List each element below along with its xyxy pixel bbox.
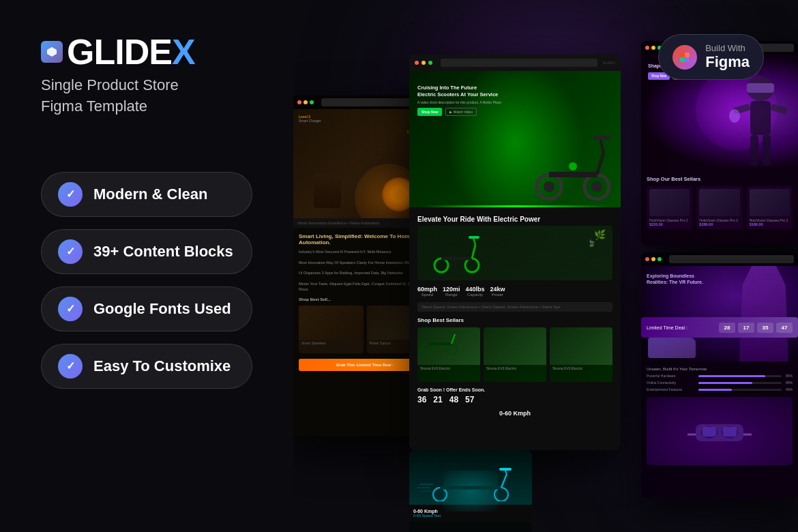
cd-right-28: 28 bbox=[719, 323, 735, 333]
svg-rect-2 bbox=[685, 53, 690, 57]
feature-label-custom: Easy To Customixe bbox=[93, 357, 231, 375]
vr-entertainment-fill bbox=[698, 389, 732, 391]
vr-bottom-title: Exploring Boundless Realities: The VR Fu… bbox=[647, 273, 715, 285]
product-card-2: Skoota EV6 Electric bbox=[484, 327, 546, 382]
check-icon-content bbox=[58, 239, 83, 264]
hero-cta-btn[interactable]: Shop Now bbox=[417, 108, 442, 116]
stat-power-value: 24kw bbox=[490, 286, 505, 293]
svg-point-8 bbox=[544, 181, 555, 192]
vr-shop-title: Shop Our Best Sellars bbox=[647, 176, 793, 182]
figma-icon bbox=[673, 45, 697, 70]
logo-area: GLIDEX Single Product Store Figma Templa… bbox=[41, 34, 252, 151]
figma-text-block: Build With Figma bbox=[705, 43, 750, 71]
svg-point-21 bbox=[422, 344, 433, 355]
vr-entertainment-label: Entertainment Features bbox=[647, 387, 694, 391]
leaf-decoration-2: 🍃 bbox=[587, 239, 595, 247]
bottom-speed-subtitle: 0-60 Speed Test bbox=[413, 514, 528, 518]
countdown-right-numbers: 28 17 35 47 bbox=[719, 323, 793, 333]
vr-product-1: HoloVision Glasses Pro 2 $220.00 bbox=[647, 186, 692, 229]
svg-rect-20 bbox=[469, 236, 479, 239]
svg-rect-38 bbox=[703, 427, 716, 437]
vr-power-label: Powerful Hardware bbox=[647, 374, 694, 378]
countdown-right-label: Limited Time Deal : bbox=[647, 325, 719, 330]
stat-range-label: Range bbox=[443, 293, 460, 297]
vr-person-svg bbox=[726, 68, 795, 171]
product-card-img-3 bbox=[550, 327, 612, 365]
stat-capacity-label: Capacity bbox=[466, 293, 485, 297]
hero-buttons: Shop Now ▶ Watch Video bbox=[417, 108, 501, 116]
svg-line-43 bbox=[501, 474, 507, 488]
hero-subtitle: A video short description for this produ… bbox=[417, 100, 501, 104]
cd-48: 48 bbox=[449, 395, 458, 404]
nav-brand-label: GLIDEX bbox=[603, 61, 615, 65]
figma-logo-icon bbox=[678, 50, 692, 64]
hero-cta-label: Shop Now bbox=[422, 110, 438, 114]
cd-right-17: 17 bbox=[738, 323, 754, 333]
svg-rect-26 bbox=[747, 83, 774, 93]
feature-pill-modern: Modern & Clean bbox=[41, 172, 252, 217]
vr-product-grid: HoloVision Glasses Pro 2 $220.00 HoloVis… bbox=[647, 186, 793, 229]
cd-right-35: 35 bbox=[757, 323, 773, 333]
stat-capacity: 440lbs Capacity bbox=[466, 286, 485, 297]
vr-product-img-2 bbox=[699, 189, 739, 216]
svg-rect-27 bbox=[750, 101, 771, 135]
vr-connectivity-label: Online Connectivity bbox=[647, 381, 694, 385]
scooter-ticker: Silent Speed, Green Adventure • Silent S… bbox=[417, 302, 612, 312]
feature-pill-fonts: Google Fonts Used bbox=[41, 286, 252, 331]
fast-scooter-visual bbox=[416, 467, 525, 501]
scooter-svg bbox=[529, 125, 617, 201]
cd-36-num: 36 bbox=[417, 395, 426, 404]
figma-badge: Build With Figma bbox=[658, 34, 764, 80]
svg-rect-39 bbox=[723, 427, 737, 437]
vr-bottom-text: Exploring Boundless Realities: The VR Fu… bbox=[647, 273, 715, 285]
vr-power-fill bbox=[698, 375, 765, 377]
check-icon-custom bbox=[58, 354, 83, 379]
vr-product-img-3 bbox=[750, 189, 790, 216]
bottom-speed-title: 0-60 Kmph bbox=[417, 410, 612, 417]
product-card-1: Skoota EV6 Electric bbox=[417, 327, 480, 382]
cd-21: 21 bbox=[433, 395, 442, 404]
feature-pill-custom: Easy To Customixe bbox=[41, 344, 252, 389]
stat-speed: 60mph Speed bbox=[417, 286, 437, 297]
svg-line-12 bbox=[600, 139, 604, 153]
charger-visual bbox=[314, 174, 341, 208]
vr-bottom-content: Unseen, Build It's Your Tomorrow Powerfu… bbox=[641, 361, 798, 471]
vr-connectivity-pct: 65% bbox=[786, 381, 793, 385]
vr-bottom-car bbox=[648, 338, 696, 358]
vr-product-image bbox=[647, 397, 793, 465]
vr-power-pct: 80% bbox=[786, 374, 793, 378]
svg-rect-1 bbox=[680, 53, 685, 57]
vr-entertainment-stat: Entertainment Features 40% bbox=[647, 387, 793, 391]
scooter-product-cards: Skoota EV6 Electric Skoota EV6 Electric … bbox=[417, 327, 612, 382]
screen-bottom-scooter: 0-60 Kmph 0-60 Speed Test bbox=[409, 450, 532, 532]
vr-product-2: HoloVision Glasses Pro 2 $289.00 bbox=[696, 186, 742, 229]
vr-entertainment-pct: 40% bbox=[786, 387, 793, 391]
figma-build-label: Build With bbox=[705, 43, 750, 53]
screen-countdown-overlay: Limited Time Deal : 28 17 35 47 bbox=[641, 317, 798, 338]
hero-secondary-label: ▶ Watch Video bbox=[449, 110, 472, 114]
stat-range: 120mi Range bbox=[443, 286, 460, 297]
shop-title: Shop Best Sellars bbox=[417, 317, 612, 323]
svg-rect-45 bbox=[499, 468, 512, 471]
vr-product-img-1 bbox=[649, 189, 690, 216]
product-card-label-1: Skoota EV6 Electric bbox=[417, 365, 480, 372]
feature-label-modern: Modern & Clean bbox=[93, 186, 207, 203]
svg-point-14 bbox=[569, 162, 577, 171]
vr-product-price-1: $220.00 bbox=[649, 222, 690, 226]
svg-point-9 bbox=[591, 181, 602, 192]
stat-power-label: Power bbox=[490, 293, 505, 297]
hero-secondary-btn[interactable]: ▶ Watch Video bbox=[445, 108, 476, 116]
home-device-1: Smart Speakers bbox=[299, 306, 364, 353]
svg-line-24 bbox=[452, 334, 455, 344]
vr-build-label: Unseen, Build It's Your Tomorrow bbox=[647, 367, 793, 371]
screen-main-scooter: GLIDEX Cruising Into The F bbox=[409, 55, 621, 450]
svg-point-16 bbox=[465, 258, 479, 272]
cd-48-num: 48 bbox=[449, 395, 458, 404]
logo-icon bbox=[41, 41, 63, 63]
check-icon-fonts bbox=[58, 297, 83, 321]
cd-21-num: 21 bbox=[433, 395, 442, 404]
scooter-ticker-text: Silent Speed, Green Adventure • Silent S… bbox=[422, 305, 561, 309]
cd-right-47: 47 bbox=[776, 323, 793, 333]
feature-label-fonts: Google Fonts Used bbox=[93, 300, 231, 318]
vr-bottom-hero: Exploring Boundless Realities: The VR Fu… bbox=[641, 252, 798, 361]
